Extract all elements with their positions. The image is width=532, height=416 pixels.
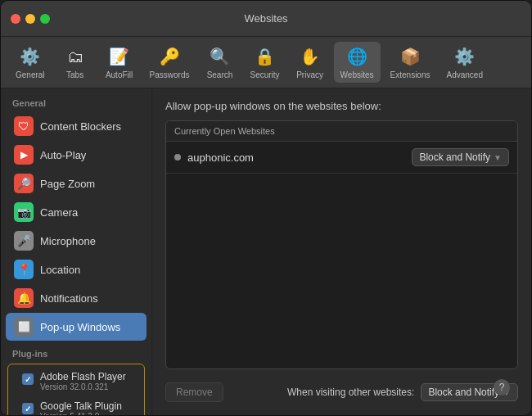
toolbar: ⚙️ General 🗂 Tabs 📝 AutoFill 🔑 Passwords… <box>1 37 531 88</box>
website-setting-dropdown[interactable]: Block and Notify ▼ <box>412 148 509 166</box>
website-name-auphonic: auphonic.com <box>187 151 405 164</box>
toolbar-label-search: Search <box>207 70 233 79</box>
general-icon: ⚙️ <box>19 45 42 68</box>
camera-icon: 📷 <box>14 202 34 222</box>
toolbar-label-advanced: Advanced <box>446 70 482 79</box>
toolbar-item-search[interactable]: 🔍 Search <box>199 42 240 83</box>
sidebar-plugins-label: Plug-ins <box>1 346 151 362</box>
sidebar-item-camera[interactable]: 📷 Camera <box>6 198 147 226</box>
sidebar-label-camera: Camera <box>40 206 78 219</box>
plugin-version-google-talk: Version 5.41.3.0 <box>40 412 122 415</box>
toolbar-label-privacy: Privacy <box>296 70 323 79</box>
plugin-item-adobe-flash[interactable]: Adobe Flash Player Version 32.0.0.321 <box>13 367 139 396</box>
websites-icon: 🌐 <box>345 45 368 68</box>
window-title: Websites <box>244 12 287 25</box>
toolbar-label-websites: Websites <box>340 70 374 79</box>
bottom-bar-wrapper: Remove When visiting other websites: Blo… <box>165 378 518 404</box>
toolbar-item-tabs[interactable]: 🗂 Tabs <box>55 42 96 83</box>
sidebar-item-microphone[interactable]: 🎤 Microphone <box>6 227 147 255</box>
toolbar-item-passwords[interactable]: 🔑 Passwords <box>143 42 196 83</box>
advanced-icon: ⚙️ <box>453 45 476 68</box>
toolbar-item-websites[interactable]: 🌐 Websites <box>334 42 381 83</box>
websites-list: auphonic.com Block and Notify ▼ <box>166 142 517 369</box>
toolbar-item-general[interactable]: ⚙️ General <box>9 42 52 83</box>
security-icon: 🔒 <box>254 45 277 68</box>
privacy-icon: ✋ <box>299 45 322 68</box>
page-zoom-icon: 🔎 <box>14 174 34 193</box>
plugin-text-google-talk: Google Talk Plugin Version 5.41.3.0 <box>40 400 122 415</box>
plugin-version-adobe-flash: Version 32.0.0.321 <box>40 382 126 391</box>
other-websites-section: When visiting other websites: Block and … <box>287 383 518 401</box>
toolbar-label-autofill: AutoFill <box>106 70 133 79</box>
titlebar: Websites <box>1 1 531 37</box>
traffic-lights <box>11 14 50 24</box>
websites-header: Currently Open Websites <box>166 121 517 142</box>
sidebar-label-content-blockers: Content Blockers <box>40 120 121 133</box>
help-label: ? <box>499 382 505 393</box>
tabs-icon: 🗂 <box>64 45 87 68</box>
plugin-name-adobe-flash: Adobe Flash Player <box>40 371 126 382</box>
plugin-item-google-talk[interactable]: Google Talk Plugin Version 5.41.3.0 <box>13 396 139 415</box>
toolbar-item-privacy[interactable]: ✋ Privacy <box>290 42 331 83</box>
plugin-checkbox-adobe-flash[interactable] <box>22 373 34 385</box>
maximize-button[interactable] <box>40 14 50 24</box>
toolbar-item-security[interactable]: 🔒 Security <box>243 42 286 83</box>
search-icon: 🔍 <box>208 45 231 68</box>
sidebar-item-content-blockers[interactable]: 🛡 Content Blockers <box>6 112 147 140</box>
remove-button[interactable]: Remove <box>165 382 223 402</box>
plugins-group: Adobe Flash Player Version 32.0.0.321 Go… <box>7 364 145 415</box>
sidebar-item-page-zoom[interactable]: 🔎 Page Zoom <box>6 170 147 197</box>
help-button[interactable]: ? <box>494 379 510 396</box>
toolbar-label-passwords: Passwords <box>150 70 190 79</box>
right-panel: Allow pop-up windows on the websites bel… <box>152 88 531 415</box>
plugin-name-google-talk: Google Talk Plugin <box>40 400 122 412</box>
sidebar-label-popup-windows: Pop-up Windows <box>40 321 120 333</box>
sidebar-label-notifications: Notifications <box>40 292 98 305</box>
website-dot <box>174 154 181 161</box>
auto-play-icon: ▶ <box>14 145 34 165</box>
websites-container: Currently Open Websites auphonic.com Blo… <box>165 120 518 369</box>
popup-windows-icon: ⬜ <box>14 317 34 337</box>
close-button[interactable] <box>11 14 20 24</box>
sidebar-item-notifications[interactable]: 🔔 Notifications <box>6 284 147 312</box>
sidebar-label-auto-play: Auto-Play <box>40 149 86 161</box>
toolbar-label-security: Security <box>250 70 279 79</box>
toolbar-item-autofill[interactable]: 📝 AutoFill <box>99 42 140 83</box>
toolbar-item-advanced[interactable]: ⚙️ Advanced <box>440 42 489 83</box>
sidebar-label-microphone: Microphone <box>40 235 96 247</box>
other-websites-setting: Block and Notify <box>428 387 499 398</box>
bottom-bar: Remove When visiting other websites: Blo… <box>165 378 518 404</box>
location-icon: 📍 <box>14 260 34 279</box>
sidebar: General 🛡 Content Blockers ▶ Auto-Play 🔎… <box>1 88 152 415</box>
sidebar-general-label: General <box>1 95 151 111</box>
sidebar-label-location: Location <box>40 264 80 276</box>
toolbar-label-tabs: Tabs <box>66 70 83 79</box>
autofill-icon: 📝 <box>108 45 131 68</box>
main-content: General 🛡 Content Blockers ▶ Auto-Play 🔎… <box>1 88 531 415</box>
website-row: auphonic.com Block and Notify ▼ <box>166 142 517 174</box>
panel-description: Allow pop-up windows on the websites bel… <box>165 100 518 112</box>
sidebar-item-auto-play[interactable]: ▶ Auto-Play <box>6 141 147 169</box>
extensions-icon: 📦 <box>399 45 422 68</box>
other-websites-label: When visiting other websites: <box>287 387 414 398</box>
toolbar-label-general: General <box>16 70 45 79</box>
sidebar-item-popup-windows[interactable]: ⬜ Pop-up Windows <box>6 313 147 341</box>
content-blockers-icon: 🛡 <box>14 116 34 136</box>
minimize-button[interactable] <box>25 14 35 24</box>
notifications-icon: 🔔 <box>14 288 34 308</box>
toolbar-item-extensions[interactable]: 📦 Extensions <box>384 42 437 83</box>
plugin-text-adobe-flash: Adobe Flash Player Version 32.0.0.321 <box>40 371 126 391</box>
microphone-icon: 🎤 <box>14 231 34 251</box>
website-setting-value: Block and Notify <box>419 151 490 163</box>
sidebar-item-location[interactable]: 📍 Location <box>6 255 147 283</box>
toolbar-label-extensions: Extensions <box>390 70 431 79</box>
preferences-window: Websites ⚙️ General 🗂 Tabs 📝 AutoFill 🔑 … <box>0 0 532 416</box>
plugin-checkbox-google-talk[interactable] <box>22 403 34 414</box>
dropdown-arrow-icon: ▼ <box>494 153 502 162</box>
passwords-icon: 🔑 <box>158 45 181 68</box>
sidebar-label-page-zoom: Page Zoom <box>40 178 95 190</box>
